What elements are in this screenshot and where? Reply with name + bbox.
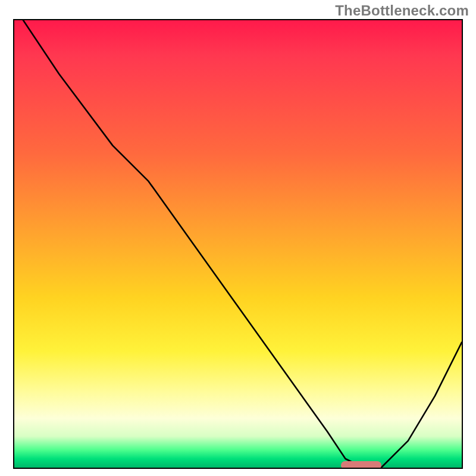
- optimal-range-marker: [341, 461, 381, 469]
- bottleneck-curve-line: [23, 20, 462, 468]
- curve-layer: [14, 20, 462, 468]
- chart-stage: TheBottleneck.com: [0, 0, 476, 476]
- watermark-text: TheBottleneck.com: [335, 2, 469, 19]
- chart-plot-area: [13, 19, 463, 469]
